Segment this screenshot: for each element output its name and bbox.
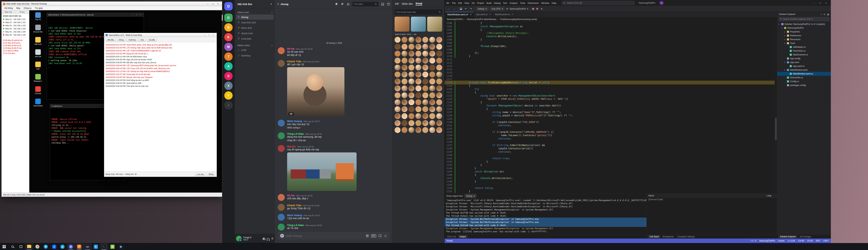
log-entry[interactable]: 16/03/2025 9:01:12 PM: LỖI: Không tìm th… bbox=[105, 70, 215, 73]
channel-item[interactable]: # share-tool bbox=[236, 31, 274, 36]
emoji-item[interactable] bbox=[395, 65, 401, 70]
taskbar-app-button[interactable] bbox=[75, 243, 83, 250]
panel-tab[interactable]: Output bbox=[458, 235, 468, 238]
output-line[interactable]: The thread 0x51e0 has exited with code 0… bbox=[444, 224, 647, 227]
emoji-search-input[interactable]: Tìm emoji hoàn hảo bbox=[395, 9, 442, 14]
menu-item[interactable]: Hệ thống bbox=[3, 6, 14, 10]
breadcrumb-project[interactable]: SamsungToolPro bbox=[447, 18, 463, 21]
code-line[interactable]: 1129 bbox=[444, 117, 777, 121]
emoji-item[interactable] bbox=[422, 120, 428, 126]
code-line[interactable]: 1122 using (var searcher = new Managemen… bbox=[444, 94, 777, 97]
menu-item[interactable]: Tools bbox=[519, 1, 526, 5]
cmd-console-title-bar[interactable]: Administrator: C:\Windows\system32\cmd.e… bbox=[47, 13, 144, 17]
emoji-item[interactable] bbox=[395, 44, 401, 50]
git-sync-status[interactable]: ↑ 0 ↓ 0 bbox=[750, 240, 756, 242]
tree-expander-icon[interactable]: ▸ bbox=[784, 35, 786, 37]
indentation-mode[interactable]: SPC bbox=[816, 240, 820, 242]
output-line[interactable]: Exception thrown: 'System.NullReferenceE… bbox=[444, 221, 647, 224]
code-line[interactable]: 1111 bbox=[444, 58, 777, 61]
solution-tree-item[interactable]: DeviceInfo.cs bbox=[777, 76, 831, 80]
code-line[interactable]: 1133 if (!(pnpId.Contains("SAMSUNG_ANDRO… bbox=[444, 130, 777, 134]
solution-tree-item[interactable]: AdbHelper.cs bbox=[777, 45, 831, 49]
emoji-item[interactable] bbox=[436, 106, 442, 112]
emoji-item[interactable] bbox=[402, 113, 407, 119]
breadcrumb-member[interactable]: FindSamsungWpdDevice(string serial) bbox=[500, 18, 537, 21]
code-line[interactable]: 1116 bbox=[444, 74, 777, 77]
close-icon[interactable]: × bbox=[823, 2, 829, 4]
emoji-item[interactable] bbox=[395, 99, 401, 105]
taskbar-app-button[interactable] bbox=[92, 243, 100, 250]
solution-search-input[interactable]: Search Solution Explorer (Ctrl+;) bbox=[779, 17, 830, 21]
message-author[interactable]: Tùng Lê Gian bbox=[287, 224, 304, 226]
taskbar-app-button[interactable] bbox=[58, 243, 67, 250]
message-author[interactable]: Tùng Lê Gian bbox=[287, 132, 304, 135]
panel-tab[interactable]: Call Stack bbox=[648, 235, 660, 238]
panel-tab[interactable]: Git Changes bbox=[798, 235, 813, 238]
code-line[interactable]: 1104 Console.WriteLine(e); bbox=[444, 35, 777, 38]
channel-section-label[interactable]: KÊNH VOICE bbox=[238, 44, 250, 46]
tree-expander-icon[interactable]: ▸ bbox=[784, 31, 786, 33]
emoji-item[interactable] bbox=[429, 99, 435, 105]
member-list-icon[interactable] bbox=[346, 2, 350, 6]
avatar[interactable] bbox=[278, 60, 285, 67]
desktop-icon[interactable]: Notepad++ bbox=[31, 74, 45, 82]
navigate-back-icon[interactable]: ← bbox=[447, 7, 451, 10]
output-line[interactable]: Exception thrown: 'Microsoft.CSharp.Runt… bbox=[444, 202, 647, 205]
account-avatar[interactable]: TL bbox=[659, 1, 664, 5]
gear-icon[interactable]: ⚙ bbox=[271, 237, 274, 240]
emoji-item[interactable] bbox=[402, 44, 407, 50]
emoji-item[interactable] bbox=[408, 71, 414, 77]
start-debugging-button[interactable]: SamsungToolPro ▾ bbox=[506, 7, 528, 10]
emoji-item[interactable] bbox=[408, 92, 414, 98]
code-line[interactable]: 1144 } bbox=[444, 167, 777, 170]
sticker-item[interactable] bbox=[427, 17, 442, 32]
menu-item[interactable]: Máy bbox=[14, 6, 22, 10]
emoji-item[interactable] bbox=[408, 37, 414, 43]
menu-item[interactable]: Edit bbox=[457, 1, 463, 5]
remote-title-bar[interactable]: Điều khiển máy chủ Auto - Remote Desktop… bbox=[2, 2, 222, 6]
solution-tree-item[interactable]: WpdScanner.cs bbox=[777, 53, 831, 57]
log-toolbar-button[interactable]: Cài đặt bbox=[147, 38, 157, 41]
server-icon[interactable]: G bbox=[224, 13, 232, 22]
code-line[interactable]: 1128 string pnpId = device["PNPDeviceID"… bbox=[444, 114, 777, 117]
desktop-icon[interactable]: TeamViewer bbox=[31, 99, 45, 107]
emoji-item[interactable] bbox=[436, 86, 442, 91]
code-line[interactable]: 1143 } bbox=[444, 163, 777, 167]
attach-file-icon[interactable]: + bbox=[280, 234, 284, 238]
chat-message[interactable]: Khánh Trần Hôm nay lúc 20:45 ga Sóng Thầ… bbox=[278, 204, 391, 211]
channel-section-label[interactable]: KÊNH CHAT bbox=[238, 11, 249, 13]
code-line[interactable]: 1105 } bbox=[444, 38, 777, 41]
code-line[interactable]: 1131 continue; bbox=[444, 124, 777, 127]
code-line[interactable]: 1137 if (!string.IsNullOrEmpty(serial) &… bbox=[444, 144, 777, 147]
configuration-dropdown[interactable]: Debug▾ bbox=[476, 7, 488, 11]
sticker-picker-icon[interactable] bbox=[378, 234, 382, 238]
tree-expander-icon[interactable]: ▸ bbox=[784, 38, 786, 40]
log-entry[interactable]: 16/03/2025 9:05:52 PM: Quét thiết bị USB… bbox=[105, 82, 215, 85]
emoji-item[interactable] bbox=[408, 99, 414, 105]
close-icon[interactable]: × bbox=[211, 34, 215, 36]
taskbar-app-button[interactable] bbox=[83, 243, 92, 250]
avatar[interactable] bbox=[278, 120, 285, 127]
server-icon[interactable]: M bbox=[224, 43, 232, 51]
menu-item[interactable]: File bbox=[451, 1, 457, 5]
emoji-item[interactable] bbox=[436, 51, 442, 57]
close-icon[interactable]: × bbox=[489, 13, 491, 15]
close-icon[interactable]: × bbox=[138, 14, 142, 15]
chat-message[interactable]: Bé Na Hôm nay lúc 20:42 chỗ nào đây, đẹp… bbox=[278, 194, 391, 201]
emoji-item[interactable] bbox=[436, 120, 442, 126]
emoji-item[interactable] bbox=[402, 99, 407, 105]
output-log[interactable]: 'SamsungToolPro.exe' (CLR v4.0.30319: Sa… bbox=[444, 198, 647, 235]
server-icon[interactable]: V bbox=[224, 91, 232, 100]
emoji-item[interactable] bbox=[436, 79, 442, 84]
output-line[interactable]: Exception thrown: 'Microsoft.CSharp.Runt… bbox=[444, 205, 647, 208]
menu-item[interactable]: Debug bbox=[493, 1, 502, 5]
editor-scrollbar[interactable] bbox=[775, 22, 777, 193]
channel-item[interactable]: # mua-bán bbox=[236, 36, 274, 41]
code-line[interactable]: 1109 }); bbox=[444, 51, 777, 55]
emoji-item[interactable] bbox=[429, 37, 435, 43]
emoji-item[interactable] bbox=[429, 113, 435, 119]
panel-tab[interactable]: Solution Explorer bbox=[778, 235, 798, 238]
taskbar-app-button[interactable] bbox=[42, 243, 50, 250]
emoji-item[interactable] bbox=[422, 99, 428, 105]
menu-item[interactable]: Công cụ bbox=[22, 6, 33, 10]
